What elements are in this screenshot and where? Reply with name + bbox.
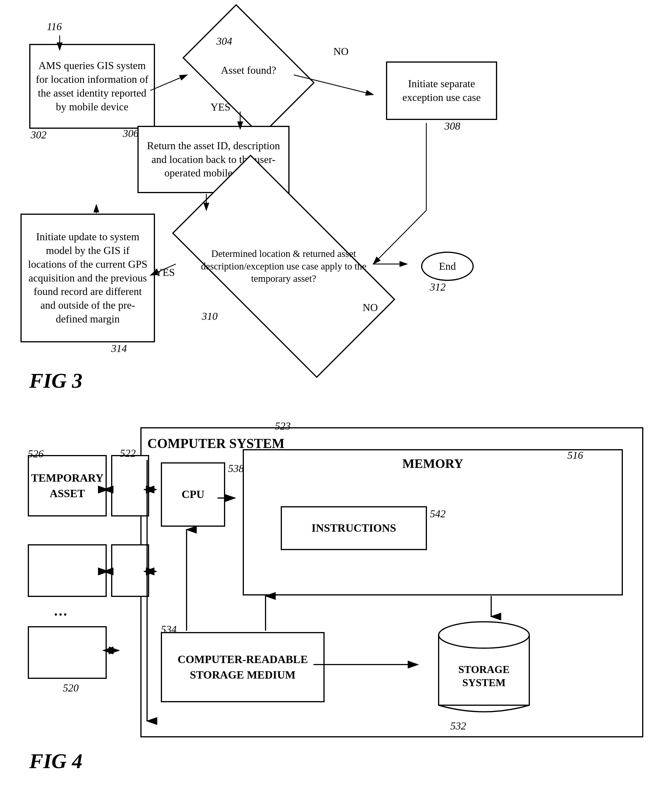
box-314: Initiate update to system model by the G… — [21, 214, 155, 342]
ref-523: 523 — [275, 420, 291, 432]
page: 116 AMS queries GIS system for location … — [0, 0, 660, 812]
ellipsis: ... — [54, 603, 68, 619]
no-label-1: NO — [333, 45, 349, 58]
ref-520: 520 — [63, 682, 79, 694]
temporary-asset-box: TEMPORARY ASSET — [28, 455, 107, 516]
storage-medium-box: COMPUTER-READABLE STORAGE MEDIUM — [161, 632, 325, 702]
ref-304: 304 — [216, 35, 232, 48]
fig4-label: FIG 4 — [29, 749, 82, 773]
cpu-box: CPU — [161, 462, 225, 527]
fig3-label: FIG 3 — [29, 369, 82, 393]
ref-532: 532 — [451, 720, 466, 732]
box-522 — [111, 455, 149, 516]
oval-end: End — [421, 252, 474, 281]
ref-538: 538 — [228, 462, 244, 475]
ref-310: 310 — [202, 310, 217, 323]
ref-516: 516 — [567, 449, 583, 461]
ref-542: 542 — [430, 508, 446, 520]
diamond-310: Determined location & returned asset des… — [181, 211, 386, 322]
ref-312: 312 — [430, 281, 446, 293]
ref-522: 522 — [120, 447, 136, 459]
fig3-container: 116 AMS queries GIS system for location … — [12, 12, 648, 392]
box-520b — [28, 626, 107, 679]
box-522b — [111, 544, 149, 597]
ref-526: 526 — [28, 448, 44, 460]
storage-system-cylinder: STORAGE SYSTEM — [433, 617, 535, 720]
diamond-304: Asset found? — [193, 32, 304, 108]
yes-label-2: YES — [155, 266, 175, 278]
box-302: AMS queries GIS system for location info… — [29, 44, 155, 129]
box-520a — [28, 544, 107, 597]
ref-314: 314 — [111, 342, 127, 354]
ref-116: 116 — [47, 21, 62, 33]
cylinder-svg: STORAGE SYSTEM — [433, 617, 535, 720]
ref-308: 308 — [444, 120, 460, 132]
no-label-2: NO — [363, 301, 378, 314]
ref-306: 306 — [123, 127, 139, 140]
box-308: Initiate separate exception use case — [386, 62, 497, 120]
svg-line-2 — [151, 75, 187, 91]
yes-label-1: YES — [211, 101, 230, 113]
svg-point-12 — [439, 622, 529, 648]
ref-534: 534 — [161, 623, 177, 636]
instructions-box: INSTRUCTIONS — [281, 506, 427, 550]
box-520c — [111, 626, 135, 655]
svg-text:SYSTEM: SYSTEM — [462, 677, 506, 688]
svg-text:STORAGE: STORAGE — [458, 664, 509, 675]
ref-302: 302 — [31, 129, 46, 141]
fig4-container: COMPUTER SYSTEM 523 TEMPORARY ASSET 526 … — [12, 404, 648, 784]
